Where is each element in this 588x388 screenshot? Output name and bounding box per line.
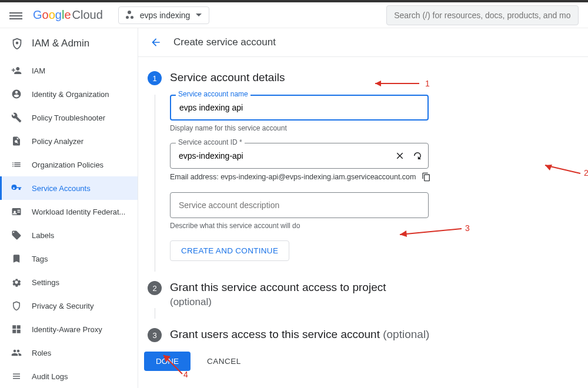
wrench-icon xyxy=(11,112,22,123)
account-description-helper: Describe what this service account will … xyxy=(170,222,588,230)
sidebar-item-label: Privacy & Security xyxy=(32,302,93,310)
svg-point-0 xyxy=(16,42,19,45)
key-icon xyxy=(11,182,22,194)
sidebar-item-label: Audit Logs xyxy=(32,372,68,381)
google-cloud-logo[interactable]: GoogleCloud xyxy=(33,8,103,22)
step-2[interactable]: 2 Grant this service account access to p… xyxy=(148,281,588,319)
refresh-icon[interactable] xyxy=(412,150,423,161)
page-title: Create service account xyxy=(173,36,276,48)
sidebar-item-label: Service Accounts xyxy=(32,184,91,193)
list-alt-icon xyxy=(11,370,22,382)
document-search-icon xyxy=(11,135,22,147)
shield-icon xyxy=(11,36,24,51)
grid-icon xyxy=(11,323,22,335)
sidebar-item-orgpolicies[interactable]: Organization Policies xyxy=(0,153,138,176)
account-name-label: Service account name xyxy=(176,90,250,98)
svg-text:4: 4 xyxy=(183,370,188,379)
sidebar: IAM & Admin IAM Identity & Organization … xyxy=(0,28,138,388)
gear-icon xyxy=(11,276,22,288)
sidebar-item-label: Policy Troubleshooter xyxy=(32,113,105,122)
sidebar-item-label: IAM xyxy=(32,66,45,75)
app-header: GoogleCloud evps indexing xyxy=(0,2,588,28)
account-description-input[interactable] xyxy=(170,192,429,218)
sidebar-item-label: Identity & Organization xyxy=(32,90,109,99)
sidebar-item-privacy[interactable]: Privacy & Security xyxy=(0,294,138,317)
sidebar-item-auditlogs[interactable]: Audit Logs xyxy=(0,364,138,388)
step-2-optional: (optional) xyxy=(170,296,588,308)
account-id-label: Service account ID * xyxy=(176,138,245,146)
person-add-icon xyxy=(11,65,22,76)
sidebar-item-label: Tags xyxy=(32,255,48,263)
sidebar-item-labels[interactable]: Labels xyxy=(0,223,138,247)
sidebar-item-label: Settings xyxy=(32,278,59,287)
chevron-down-icon xyxy=(196,14,202,16)
bookmark-icon xyxy=(11,253,22,265)
sidebar-item-label: Workload Identity Federat... xyxy=(32,208,125,216)
sidebar-item-label: Organization Policies xyxy=(32,160,103,169)
account-id-input[interactable] xyxy=(170,143,429,169)
project-selector[interactable]: evps indexing xyxy=(118,6,210,24)
sidebar-header: IAM & Admin xyxy=(0,28,138,59)
sidebar-item-iap[interactable]: Identity-Aware Proxy xyxy=(0,317,138,341)
step-1-title: Service account details xyxy=(170,71,588,84)
account-name-input[interactable] xyxy=(170,95,429,121)
project-name: evps indexing xyxy=(140,11,191,20)
step-3[interactable]: 3 Grant users access to this service acc… xyxy=(148,328,588,342)
done-button[interactable]: DONE xyxy=(144,352,191,371)
sidebar-item-workload[interactable]: Workload Identity Federat... xyxy=(0,200,138,223)
sidebar-item-identity[interactable]: Identity & Organization xyxy=(0,82,138,106)
badge-icon xyxy=(11,206,22,218)
email-label: Email address: evps-indexing-api@evps-in… xyxy=(170,173,416,181)
sidebar-item-analyzer[interactable]: Policy Analyzer xyxy=(0,129,138,153)
sidebar-item-label: Policy Analyzer xyxy=(32,137,83,146)
sidebar-item-roles[interactable]: Roles xyxy=(0,341,138,364)
sidebar-title: IAM & Admin xyxy=(32,38,89,49)
sidebar-item-label: Labels xyxy=(32,231,54,240)
tag-icon xyxy=(11,229,22,241)
hamburger-menu-icon[interactable] xyxy=(9,11,22,20)
sidebar-item-tags[interactable]: Tags xyxy=(0,247,138,270)
content-header: Create service account xyxy=(138,28,588,57)
search-input[interactable] xyxy=(386,5,579,25)
sidebar-item-serviceaccounts[interactable]: Service Accounts xyxy=(0,176,138,200)
back-arrow-icon[interactable] xyxy=(150,36,162,48)
person-circle-icon xyxy=(11,88,22,100)
sidebar-item-label: Identity-Aware Proxy xyxy=(32,325,102,334)
roles-icon xyxy=(11,347,22,359)
sidebar-item-settings[interactable]: Settings xyxy=(0,270,138,294)
shield-outline-icon xyxy=(11,300,22,312)
sidebar-item-label: Roles xyxy=(32,349,51,357)
sidebar-item-troubleshooter[interactable]: Policy Troubleshooter xyxy=(0,106,138,129)
step-number-2: 2 xyxy=(148,281,162,295)
step-number-1: 1 xyxy=(148,71,162,85)
list-icon xyxy=(11,159,22,170)
step-number-3: 3 xyxy=(148,328,162,342)
step-3-title: Grant users access to this service accou… xyxy=(170,328,588,341)
sidebar-item-iam[interactable]: IAM xyxy=(0,59,138,82)
copy-icon[interactable] xyxy=(422,172,431,182)
step-2-title: Grant this service account access to pro… xyxy=(170,281,588,294)
create-continue-button[interactable]: CREATE AND CONTINUE xyxy=(170,240,289,261)
account-name-helper: Display name for this service account xyxy=(170,124,588,132)
cancel-button[interactable]: CANCEL xyxy=(199,352,249,371)
step-1: 1 Service account details Service accoun… xyxy=(148,71,588,272)
project-icon xyxy=(126,11,135,20)
clear-icon[interactable] xyxy=(395,150,405,161)
